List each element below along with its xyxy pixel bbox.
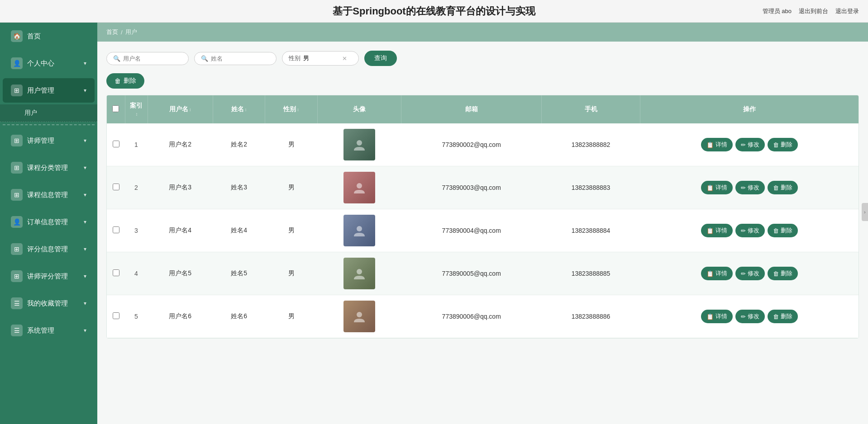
search-icon-username: 🔍 xyxy=(113,55,120,62)
sidebar-label-course-cat: 课程分类管理 xyxy=(27,164,68,172)
clear-icon[interactable]: ✕ xyxy=(342,55,347,62)
row-checkbox-cell xyxy=(107,252,125,295)
breadcrumb-home[interactable]: 首页 xyxy=(106,28,118,36)
sidebar-item-teacher-mgmt[interactable]: ⊞ 讲师管理 ▾ xyxy=(3,128,95,153)
trash-icon: 🗑 xyxy=(773,227,779,234)
detail-button[interactable]: 📋 详情 xyxy=(701,267,733,280)
sidebar-item-system[interactable]: ☰ 系统管理 ▾ xyxy=(3,318,95,343)
row-gender: 男 xyxy=(265,209,317,252)
row-email: 773890006@qq.com xyxy=(401,295,542,338)
sidebar-label-course-info: 课程信息管理 xyxy=(27,191,68,199)
row-checkbox[interactable] xyxy=(113,226,119,233)
delete-button[interactable]: 🗑 删除 xyxy=(768,224,798,237)
row-username: 用户名4 xyxy=(148,209,213,252)
detail-button[interactable]: 📋 详情 xyxy=(701,310,733,323)
sidebar-label-teacher-mgmt: 讲师管理 xyxy=(27,137,54,145)
detail-button[interactable]: 📋 详情 xyxy=(701,224,733,237)
edit-button[interactable]: ✏ 修改 xyxy=(735,310,765,323)
delete-button[interactable]: 🗑 删除 xyxy=(768,181,798,194)
row-email: 773890004@qq.com xyxy=(401,209,542,252)
row-phone: 13823888882 xyxy=(542,123,640,166)
row-username: 用户名3 xyxy=(148,166,213,209)
sidebar-label-home: 首页 xyxy=(27,32,41,41)
sidebar-item-teacher-rating[interactable]: ⊞ 讲师评分管理 ▾ xyxy=(3,264,95,288)
header-checkbox-cell xyxy=(107,95,125,123)
batch-delete-button[interactable]: 🗑 删除 xyxy=(106,73,144,89)
detail-button[interactable]: 📋 详情 xyxy=(701,181,733,194)
svg-point-0 xyxy=(357,140,362,146)
sidebar-item-course-cat[interactable]: ⊞ 课程分类管理 ▾ xyxy=(3,155,95,180)
edit-button[interactable]: ✏ 修改 xyxy=(735,138,765,151)
sort-arrow-username: ↕ xyxy=(189,107,191,112)
row-index: 1 xyxy=(125,123,148,166)
chevron-down-icon7: ▾ xyxy=(84,246,86,252)
row-phone: 13823888885 xyxy=(542,252,640,295)
sidebar-item-rating[interactable]: ⊞ 评分信息管理 ▾ xyxy=(3,237,95,261)
sidebar-label-system: 系统管理 xyxy=(27,326,54,335)
header-index: 案引↕ xyxy=(125,95,148,123)
edit-icon: ✏ xyxy=(741,184,746,191)
trash-icon: 🗑 xyxy=(773,184,779,191)
row-email: 773890003@qq.com xyxy=(401,166,542,209)
sidebar-label-profile: 个人中心 xyxy=(27,59,54,68)
course-cat-icon: ⊞ xyxy=(11,162,23,174)
sidebar-item-home[interactable]: 🏠 首页 xyxy=(3,24,95,48)
header-actions: 管理员 abo 退出到前台 退出登录 xyxy=(763,7,859,15)
profile-icon: 👤 xyxy=(11,57,23,69)
delete-button[interactable]: 🗑 删除 xyxy=(768,267,798,280)
header-gender: 性别↕ xyxy=(265,95,317,123)
edit-button[interactable]: ✏ 修改 xyxy=(735,267,765,280)
edit-icon: ✏ xyxy=(741,227,746,234)
sidebar-item-order[interactable]: 👤 订单信息管理 ▾ xyxy=(3,210,95,234)
home-icon: 🏠 xyxy=(11,30,23,42)
row-avatar xyxy=(317,209,401,252)
table-row: 4 用户名5 姓名5 男 773890005@qq.com 1382388888… xyxy=(107,252,858,295)
name-input[interactable] xyxy=(211,55,270,62)
row-username: 用户名5 xyxy=(148,252,213,295)
row-index: 5 xyxy=(125,295,148,338)
row-checkbox[interactable] xyxy=(113,269,119,276)
sidebar-item-favorites[interactable]: ☰ 我的收藏管理 ▾ xyxy=(3,291,95,316)
row-email: 773890002@qq.com xyxy=(401,123,542,166)
row-checkbox[interactable] xyxy=(113,141,119,147)
table-header-row: 案引↕ 用户名↕ 姓名↕ 性别↕ 头像 xyxy=(107,95,858,123)
edit-icon: ✏ xyxy=(741,313,746,320)
row-name: 姓名5 xyxy=(213,252,265,295)
chevron-down-icon8: ▾ xyxy=(84,273,86,279)
row-checkbox-cell xyxy=(107,209,125,252)
row-index: 2 xyxy=(125,166,148,209)
row-checkbox[interactable] xyxy=(113,184,119,190)
row-checkbox[interactable] xyxy=(113,312,119,319)
row-email: 773890005@qq.com xyxy=(401,252,542,295)
table-row: 5 用户名6 姓名6 男 773890006@qq.com 1382388888… xyxy=(107,295,858,338)
row-phone: 13823888884 xyxy=(542,209,640,252)
header-avatar: 头像 xyxy=(317,95,401,123)
sidebar-toggle[interactable]: › xyxy=(862,203,868,221)
row-actions: 📋 详情 ✏ 修改 🗑 删除 xyxy=(640,123,858,166)
row-checkbox-cell xyxy=(107,166,125,209)
row-actions: 📋 详情 ✏ 修改 🗑 删除 xyxy=(640,295,858,338)
edit-button[interactable]: ✏ 修改 xyxy=(735,181,765,194)
main-content: 首页 / 用户 🔍 🔍 性别 ✕ 查询 xyxy=(97,23,868,424)
sidebar-item-user-mgmt[interactable]: ⊞ 用户管理 ▾ xyxy=(3,78,95,103)
sidebar-label-user-mgmt: 用户管理 xyxy=(27,86,54,95)
back-to-frontend-btn[interactable]: 退出到前台 xyxy=(799,7,828,15)
detail-button[interactable]: 📋 详情 xyxy=(701,138,733,151)
username-input[interactable] xyxy=(123,55,182,62)
sidebar-item-user[interactable]: 用户 xyxy=(0,104,97,122)
select-all-checkbox[interactable] xyxy=(112,105,119,112)
delete-button[interactable]: 🗑 删除 xyxy=(768,310,798,323)
gender-input[interactable] xyxy=(303,55,339,62)
sidebar-label-teacher-rating: 讲师评分管理 xyxy=(27,272,68,281)
edit-button[interactable]: ✏ 修改 xyxy=(735,224,765,237)
breadcrumb-current: 用户 xyxy=(125,28,137,36)
sidebar-sublabel-user: 用户 xyxy=(24,109,37,116)
sidebar-item-course-info[interactable]: ⊞ 课程信息管理 ▾ xyxy=(3,183,95,207)
query-button[interactable]: 查询 xyxy=(364,51,397,66)
sidebar: 🏠 首页 👤 个人中心 ▾ ⊞ 用户管理 ▾ 用户 ⊞ 讲师管理 ▾ ⊞ 课程分… xyxy=(0,23,97,424)
trash-icon: 🗑 xyxy=(773,313,779,320)
logout-btn[interactable]: 退出登录 xyxy=(835,7,859,15)
sidebar-item-profile[interactable]: 👤 个人中心 ▾ xyxy=(3,51,95,75)
delete-button[interactable]: 🗑 删除 xyxy=(768,138,798,151)
row-actions: 📋 详情 ✏ 修改 🗑 删除 xyxy=(640,209,858,252)
